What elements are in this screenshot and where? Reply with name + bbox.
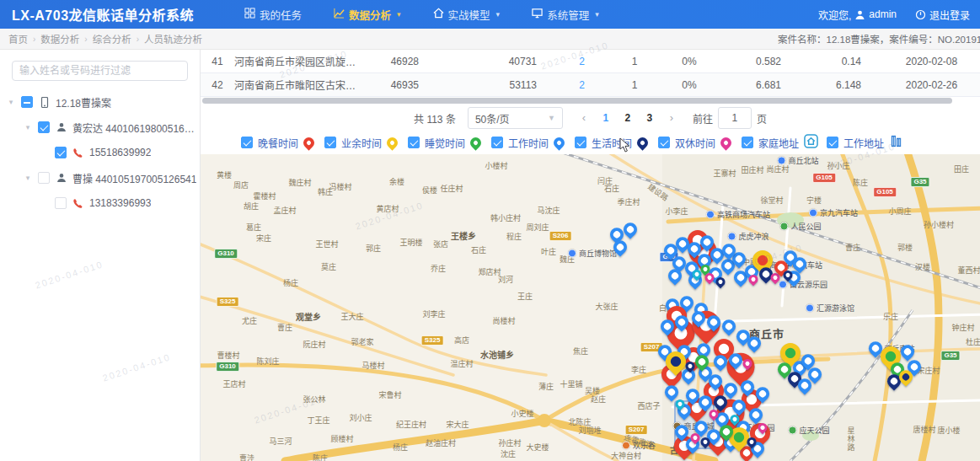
filter-label: 工作地址 xyxy=(843,136,884,150)
page-number-2[interactable]: 2 xyxy=(619,109,637,127)
chevron-down-icon: ▾ xyxy=(397,10,401,19)
map-canvas[interactable]: 黄楼周店魏庄村韩庄冯楼村余楼侯楼任庄村霍楼村胡庄孟庄村黄店村葛庄宋庄王世村郭庄王… xyxy=(201,154,980,461)
tree-filter-input[interactable] xyxy=(12,61,188,81)
tree-caret-icon[interactable]: ▾ xyxy=(24,174,32,182)
tree-item-phone[interactable]: 13183396993 xyxy=(0,190,200,216)
filter-label: 睡觉时间 xyxy=(425,136,465,150)
filter-checkbox[interactable] xyxy=(827,137,838,148)
username: admin xyxy=(869,8,897,20)
nav-item-3[interactable]: 实战模型▾ xyxy=(433,7,501,23)
case-tree: ▾12.18曹操案▾黄宏达 44010619800516547815518639… xyxy=(0,89,200,216)
tree-checkbox[interactable] xyxy=(38,121,50,133)
user-info[interactable]: 欢迎您, admin xyxy=(818,8,897,22)
filter-checkbox[interactable] xyxy=(241,137,253,148)
breadcrumb-item[interactable]: 数据分析 xyxy=(40,32,79,46)
phone-icon xyxy=(72,147,83,158)
user-box: 欢迎您, admin 退出登录 xyxy=(818,8,980,22)
table-cell: 46935 xyxy=(369,79,441,91)
table-cell: 0.582 xyxy=(715,56,803,67)
filter-label: 家庭地址 xyxy=(758,136,799,150)
road-badge-S325: S325 xyxy=(421,335,444,346)
user-icon xyxy=(854,9,865,20)
prev-page-button[interactable]: ‹ xyxy=(575,109,593,127)
road-badge-S207: S207 xyxy=(625,425,648,435)
tree-item-person[interactable]: ▾黄宏达 440106198005165478 xyxy=(0,115,200,140)
breadcrumb: 首页›数据分析›综合分析›人员轨迹分析 xyxy=(0,32,202,46)
filter-checkbox[interactable] xyxy=(575,137,586,148)
total-count: 共 113 条 xyxy=(414,111,456,126)
monitor-icon xyxy=(532,8,543,21)
mouse-cursor xyxy=(619,137,630,153)
page-number-3[interactable]: 3 xyxy=(640,109,659,127)
phone-icon xyxy=(72,198,83,209)
map-pin-icon xyxy=(635,135,650,150)
table-row[interactable]: 42河南省商丘市睢阳区古宋乡桥...4693553113210%6.6816.1… xyxy=(201,73,980,97)
filter-checkbox[interactable] xyxy=(658,137,670,148)
chevron-down-icon: ▾ xyxy=(496,10,501,19)
logout-button[interactable]: 退出登录 xyxy=(915,8,970,22)
case-icon xyxy=(39,97,50,108)
road-badge-S325: S325 xyxy=(217,297,239,307)
filter-label: 工作时间 xyxy=(508,136,549,150)
chevron-down-icon: ▼ xyxy=(548,114,555,122)
top-navbar: LX-A703龙信账话单分析系统 我的任务数据分析▾实战模型▾系统管理▾ 欢迎您… xyxy=(0,0,980,29)
nav-item-2[interactable]: 数据分析▾ xyxy=(334,7,401,23)
filter-label: 晚餐时间 xyxy=(258,136,298,150)
table-row[interactable]: 41河南省商丘市梁园区凯旋中路1...4692840731210%0.5820.… xyxy=(201,50,980,73)
map-pin-icon xyxy=(551,135,566,150)
filter-checkbox[interactable] xyxy=(324,137,336,148)
table-cell: 53113 xyxy=(441,79,559,91)
tree-checkbox[interactable] xyxy=(55,147,67,158)
table-cell: 42 xyxy=(201,79,234,91)
tree-caret-icon[interactable]: ▾ xyxy=(7,98,15,106)
tree-checkbox[interactable] xyxy=(55,197,67,209)
table-cell: 6.148 xyxy=(803,79,883,91)
filter-家庭地址: 家庭地址 xyxy=(742,134,818,151)
breadcrumb-item[interactable]: 综合分析 xyxy=(93,32,131,46)
filter-checkbox[interactable] xyxy=(742,137,753,148)
horizontal-scrollbar[interactable] xyxy=(202,98,952,104)
tree-checkbox[interactable] xyxy=(38,172,50,184)
filter-生活时间: 生活时间 xyxy=(575,136,650,150)
tree-item-label: 曹操 440105197005126541 xyxy=(72,171,196,185)
filter-工作地址: 工作地址 xyxy=(827,134,903,151)
content-panel: 41河南省商丘市梁园区凯旋中路1...4692840731210%0.5820.… xyxy=(201,50,980,461)
nav-item-label: 系统管理 xyxy=(547,7,589,23)
filter-label: 业余时间 xyxy=(341,136,382,150)
case-info: 案件名称：12.18曹操案，案件编号：NO.20191218 xyxy=(778,32,980,46)
next-page-button[interactable]: › xyxy=(662,109,681,127)
breadcrumb-separator: › xyxy=(137,35,139,44)
marker-filter-bar: 晚餐时间业余时间睡觉时间工作时间生活时间双休时间家庭地址工作地址 xyxy=(201,131,980,154)
map-pin-icon xyxy=(718,135,733,150)
nav-item-1[interactable]: 我的任务 xyxy=(244,7,302,23)
nav-item-label: 实战模型 xyxy=(448,7,490,23)
table-cell: 0.14 xyxy=(803,56,883,67)
home-icon xyxy=(804,134,818,151)
filter-checkbox[interactable] xyxy=(491,137,503,148)
person-icon xyxy=(56,122,67,133)
goto-page-input[interactable] xyxy=(718,107,752,129)
tree-item-phone[interactable]: 15518639992 xyxy=(0,140,200,165)
tree-caret-icon[interactable]: ▾ xyxy=(24,123,32,131)
tree-item-case[interactable]: ▾12.18曹操案 xyxy=(0,89,200,115)
tree-checkbox[interactable] xyxy=(21,96,33,108)
page-size-select[interactable]: 50条/页 ▼ xyxy=(468,107,563,129)
table-cell: 0% xyxy=(664,56,715,67)
tree-item-person[interactable]: ▾曹操 440105197005126541 xyxy=(0,165,200,190)
filter-checkbox[interactable] xyxy=(408,137,420,148)
map-pin-icon xyxy=(301,135,316,150)
tree-item-label: 13183396993 xyxy=(89,197,151,209)
grid-icon xyxy=(244,8,255,21)
chart-icon xyxy=(334,8,345,21)
detail-link[interactable]: 2 xyxy=(559,79,605,91)
person-icon xyxy=(56,173,67,184)
table-cell: 6.681 xyxy=(715,79,803,91)
table-cell: 2020-02-08 xyxy=(883,56,980,67)
nav-item-4[interactable]: 系统管理▾ xyxy=(532,7,599,23)
page-number-1[interactable]: 1 xyxy=(597,109,615,127)
breadcrumb-item[interactable]: 首页 xyxy=(8,32,28,46)
filter-业余时间: 业余时间 xyxy=(324,136,399,150)
page-buttons: ‹123› xyxy=(575,109,681,127)
detail-link[interactable]: 2 xyxy=(559,56,605,67)
road-badge-S206: S206 xyxy=(549,231,572,241)
